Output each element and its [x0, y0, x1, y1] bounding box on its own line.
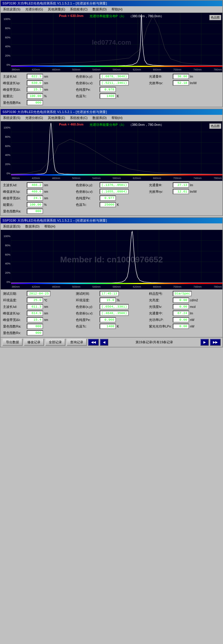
label-bw-1: 峰值带宽Δλ:: [3, 87, 27, 92]
value-peak-lp-1: 630.0: [27, 80, 43, 86]
data-row-2-2: 色坐标(u,v): (.5211,.3461): [76, 80, 147, 86]
btn-next[interactable]: ▶: [200, 339, 209, 346]
value-flux-1: 38.86: [173, 74, 189, 79]
val-purity3: 0.960: [100, 317, 116, 322]
d3-peakwl: 峰值波长λp: 614.9 nm: [3, 310, 74, 316]
range-label-1: 光谱功率能量分布P（λ） （380.0nm，780.0nm）: [89, 14, 164, 18]
value-purity-1: 0.978: [100, 87, 116, 92]
d2-r2-c1: 峰值波长λp: 460.6 nm: [3, 189, 74, 195]
title-1: SSP3190 大功率LED光色电排测系统 V1.1.5.2.1 – [光谱波长…: [2, 1, 107, 6]
d3-uv3: 色坐标(u,v): (.4648,.3506): [76, 310, 147, 316]
d3-cri-rx: 显色指数Rx: 000: [3, 330, 74, 336]
val-cri-rx: 000: [27, 330, 43, 336]
menu-system-1[interactable]: 系统设置(S): [2, 7, 22, 12]
record-info: 第19条记录/共有19条记录: [109, 340, 199, 344]
value-bw-1: 15.3: [27, 87, 43, 92]
chart-1: Peak = 630.0nm 光谱功率能量分布P（λ） （380.0nm，780…: [1, 13, 222, 72]
label-eff-1: 光效率ηv:: [149, 81, 173, 85]
data-row-4-3: [149, 93, 220, 99]
data-row-1-1: 主波长λd: 622.3 nm: [3, 73, 74, 79]
chart-header-1: Peak = 630.0nm 光谱功率能量分布P（λ） （380.0nm，780…: [1, 14, 222, 18]
val-time: 17:45:13: [100, 291, 119, 296]
menu-help-2[interactable]: 帮助(H): [110, 115, 124, 120]
menu-bar-3: 系统设置(S) 数据库(D) 帮助(H): [1, 223, 222, 230]
btn-query[interactable]: 查询记录: [67, 339, 87, 346]
menu-system-2[interactable]: 系统设置(S): [2, 115, 22, 120]
btn-export[interactable]: 导出数据: [2, 339, 23, 346]
d3-lp: 光功率LP: 0.00 nW: [149, 317, 220, 323]
d2-r2-c2: 色坐标(u,v): (.1655,.0904): [76, 189, 147, 195]
btn-all[interactable]: 全部记录: [45, 339, 65, 346]
val-uv3: (.4648,.3506): [100, 311, 129, 316]
menu-db-1[interactable]: 数据库(D): [91, 7, 108, 12]
btn-prev-prev[interactable]: ◀◀: [88, 339, 99, 346]
btn-prev[interactable]: ◀: [100, 339, 108, 346]
d2-r1-c2: 色坐标(x,y): (.1376,.0501): [76, 182, 147, 188]
color-chart-btn-1[interactable]: 色品图: [209, 15, 221, 20]
d3-empty2: [149, 330, 220, 336]
d3-bw3: 峰值带宽Δλ: 15.4 nm: [3, 317, 74, 323]
peak-label-1: Peak = 630.0nm: [59, 14, 84, 18]
data-row-2-3: 光效率ηv: 52.18 lm/W: [149, 80, 220, 86]
unit-flux-1: lm: [190, 75, 193, 78]
data-row-4-1: 能量比: 100.00 %: [3, 93, 74, 99]
chart-svg-1: [11, 13, 222, 66]
val-model: StarSpec: [173, 291, 192, 296]
btn-next-next[interactable]: ▶▶: [210, 339, 221, 346]
menu-spectrum-2[interactable]: 光谱分析(G): [24, 115, 44, 120]
value-cct-1: 1400: [100, 93, 116, 99]
d2-r5-c2: [76, 208, 147, 214]
menu3-system[interactable]: 系统设置(S): [2, 224, 22, 229]
data-row-2-1: 峰值波长λp: 630.0 nm: [3, 80, 74, 86]
range-label-2: 光谱功率能量分布P（λ） （380.0nm，780.0nm）: [89, 123, 164, 127]
label-purity-1: 色纯度Pe:: [76, 87, 100, 92]
val-flux3: 67.24: [173, 311, 189, 316]
y-axis-3: 100%80%60%40%20%0%: [1, 230, 11, 284]
d3-xy3: 色坐标(x,y): (.6564,.3301): [76, 304, 147, 310]
peak-label-2: Peak = 460.0nm: [59, 123, 84, 127]
label-flux-1: 光通量Φ:: [149, 74, 173, 79]
y-axis-1: 100%80%60%40%20%0%: [1, 13, 11, 67]
color-chart-btn-2[interactable]: 色品图: [209, 123, 221, 129]
val-intensity: 0.00: [173, 304, 189, 309]
menu-spectrum-1[interactable]: 光谱分析(G): [24, 7, 44, 12]
menu-measure-2[interactable]: 其他测量(E): [47, 115, 67, 120]
val-humid: 15.0: [100, 297, 116, 303]
menu-db-2[interactable]: 数据库(D): [91, 115, 108, 120]
data-row-3-2: 色纯度Pe: 0.978: [76, 87, 147, 93]
btn-modify[interactable]: 修改记录: [24, 339, 44, 346]
menu-bar-1: 系统设置(S) 光谱分析(G) 其他测量(E) 系统校准(C) 数据库(D) 帮…: [1, 6, 222, 13]
menu3-help[interactable]: 帮助(H): [43, 224, 56, 229]
val-cri3: 000: [27, 324, 43, 329]
value-energy-1: 100.00: [27, 93, 43, 99]
data-row-3-3: [149, 87, 220, 93]
d2-r3-c2: 色纯度Pe: 0.977: [76, 195, 147, 201]
d3-humid: 环境湿度: 15.0 %: [76, 297, 147, 303]
menu-calib-2[interactable]: 系统校准(C): [69, 115, 89, 120]
label-xy-1: 色坐标(x,y):: [76, 74, 100, 79]
menu-calib-1[interactable]: 系统校准(C): [69, 7, 89, 12]
x-axis-2: 380nm420nm460nm500nm540nm580nm620nm660nm…: [11, 176, 222, 181]
val-cct3: 1400: [100, 324, 116, 329]
unit-eff-1: lm/W: [190, 82, 197, 85]
menu-help-1[interactable]: 帮助(H): [110, 7, 124, 12]
data-row-5-1: 显色指数Ra: 000: [3, 100, 74, 106]
chart-svg-3: [11, 230, 222, 283]
d2-r1-c3: 光通量Φ: 27.13 lm: [149, 182, 220, 188]
val-date: 2012-04-25: [27, 291, 51, 296]
d2-r2-c3: 光效率ηv: 12.61 lm/W: [149, 189, 220, 195]
menu-measure-1[interactable]: 其他测量(E): [47, 7, 67, 12]
data-row-4-2: 色温Tc: 1400 K: [76, 93, 147, 99]
unit-bw-1: nm: [44, 88, 48, 91]
d3-luminance: 光亮度: 0.00 cd/m2: [149, 297, 220, 303]
d3-temp: 环境温度: 25.0 ℃: [3, 297, 74, 303]
x-axis-3: 380nm420nm460nm500nm540nm580nm620nm660nm…: [11, 284, 222, 289]
chart-2: Peak = 460.0nm 光谱功率能量分布P（λ） （380.0nm，780…: [1, 121, 222, 181]
label-uv-1: 色坐标(u,v):: [76, 81, 100, 85]
value-dom-ld-1: 622.3: [27, 74, 43, 79]
menu3-db[interactable]: 数据库(D): [24, 224, 41, 229]
d3-empty1: [76, 330, 147, 336]
val-temp: 25.0: [27, 297, 43, 303]
val-lpx: 0.00: [173, 324, 189, 329]
d3-time: 测试时间: 17:45:13: [76, 291, 147, 297]
